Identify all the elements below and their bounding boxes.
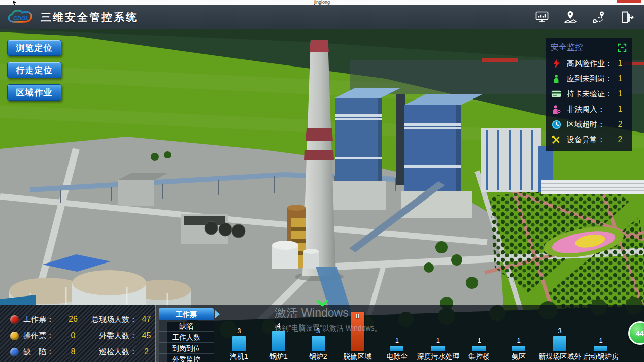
bar-group[interactable]: 1电除尘 [378, 305, 417, 361]
bar-group[interactable]: 1启动锅炉房 [581, 305, 621, 361]
security-item-label: 设备异常： [567, 135, 613, 145]
browser-close-button[interactable] [617, 0, 641, 3]
bar: 1 [512, 346, 525, 352]
bar: 1 [390, 346, 403, 352]
security-panel-title: 安全监控 [551, 42, 583, 53]
stat-value: 0 [60, 331, 86, 340]
security-item-label: 应到未到岗： [567, 74, 613, 84]
bar-category-label: 脱硫区域 [344, 351, 372, 361]
bar-value-label: 1 [436, 337, 440, 344]
security-item-value: 2 [613, 120, 628, 129]
bar-value-label: 1 [395, 337, 399, 344]
bar-category-label: 启动锅炉房 [583, 351, 619, 361]
bar: 8 [351, 312, 364, 351]
stat-value: 45 [137, 331, 156, 340]
bar: 3 [312, 336, 325, 352]
tab-工作票[interactable]: 工作票 [159, 308, 214, 320]
stat-value: 47 [137, 315, 156, 324]
bar-category-label: 氨区 [512, 351, 526, 361]
bottom-dashboard: 工作票：26总现场人数：47操作票：0外委人数：45缺 陷：8巡检人数：2 工作… [0, 305, 644, 362]
stat-label: 总现场人数： [86, 315, 137, 324]
svg-text:CDOL: CDOL [13, 15, 29, 21]
stat-row: 操作票：0外委人数：45 [0, 327, 155, 344]
bar: 3 [232, 336, 246, 352]
app-header: CDOL 三维安全管控系统 [0, 5, 644, 29]
map-locate-icon[interactable] [563, 10, 578, 25]
bar: 4 [272, 331, 285, 351]
stat-value: 26 [60, 315, 86, 324]
tab-缺陷[interactable]: 缺陷 [159, 320, 214, 332]
browser-strip: jinglong [0, 0, 644, 5]
bar: 1 [472, 346, 486, 352]
bar-value-label: 8 [356, 312, 359, 320]
stat-dot [10, 315, 19, 324]
nav-button-0[interactable]: 浏览定位 [7, 40, 61, 56]
security-item[interactable]: 高风险作业：1 [546, 56, 632, 71]
bar-value-label: 3 [316, 327, 320, 335]
security-item-label: 非法闯入： [567, 105, 613, 114]
bar-value-label: 3 [237, 327, 241, 335]
stat-label: 工作票： [23, 315, 60, 324]
app-root: { "browser": { "tab_title": "jinglong" }… [0, 0, 644, 362]
browser-speed-badge[interactable]: 44 [628, 321, 644, 345]
security-monitor-panel: 安全监控 高风险作业：1应到未到岗：1持卡未验证：1非法闯入：1区域超时：2设备… [546, 38, 632, 151]
security-item-label: 区域超时： [567, 120, 613, 129]
security-item[interactable]: 设备异常：2 [546, 132, 632, 147]
bar-category-label: 新煤场区域外 [538, 351, 581, 361]
security-item-value: 1 [613, 105, 628, 114]
area-bar-chart: 3汽机14锅炉13锅炉28脱硫区域1电除尘1深度污水处理1集控楼1氨区3新煤场区… [219, 305, 621, 361]
logout-door-icon[interactable] [620, 10, 635, 25]
stat-dot [10, 348, 19, 356]
tab-到岗到位[interactable]: 到岗到位 [159, 343, 214, 354]
lightning-icon [546, 59, 567, 69]
security-item[interactable]: 应到未到岗：1 [546, 71, 632, 86]
security-item-label: 持卡未验证： [567, 89, 613, 99]
page-title: 三维安全管控系统 [41, 10, 138, 24]
bar: 1 [431, 346, 445, 352]
bar-group[interactable]: 1深度污水处理 [417, 305, 459, 361]
route-track-icon[interactable] [591, 10, 606, 25]
nav-button-1[interactable]: 行走定位 [7, 62, 61, 78]
security-item-value: 2 [613, 135, 628, 144]
security-item-value: 1 [613, 89, 628, 98]
stat-value: 8 [60, 347, 86, 356]
bar-category-label: 集控楼 [468, 351, 490, 361]
bar-value-label: 4 [277, 322, 280, 330]
bar-group[interactable]: 8脱硫区域 [338, 305, 378, 361]
bar-category-label: 锅炉1 [269, 351, 288, 361]
bar-value-label: 1 [599, 337, 602, 344]
nav-button-2[interactable]: 区域作业 [7, 84, 61, 101]
tab-工作人数[interactable]: 工作人数 [159, 332, 214, 343]
tools-icon [546, 135, 567, 145]
stat-label: 缺 陷： [23, 347, 60, 357]
security-item-label: 高风险作业： [567, 59, 613, 69]
person-icon [546, 74, 567, 83]
tab-外委监控[interactable]: 外委监控 [159, 354, 214, 362]
bar-group[interactable]: 3汽机1 [219, 305, 259, 361]
security-item[interactable]: 持卡未验证：1 [546, 86, 632, 102]
id-card-icon [546, 90, 567, 98]
security-item-value: 1 [613, 59, 628, 68]
security-item[interactable]: 非法闯入：1 [546, 102, 632, 117]
bar-group[interactable]: 3锅炉2 [298, 305, 338, 361]
stat-label: 操作票： [23, 331, 60, 341]
dashboard-monitor-icon[interactable] [534, 10, 550, 25]
stat-label: 巡检人数： [86, 347, 137, 357]
header-toolbar [534, 5, 635, 29]
bar-value-label: 1 [478, 337, 481, 344]
badge-value: 44 [636, 329, 644, 337]
bottom-tab-menu: 工作票缺陷工作人数到岗到位外委监控 [159, 308, 214, 362]
stat-row: 工作票：26总现场人数：47 [0, 311, 155, 327]
app-logo-icon: CDOL [7, 8, 33, 26]
bar-group[interactable]: 1氨区 [499, 305, 538, 361]
bar-value-label: 3 [558, 327, 562, 335]
bar-group[interactable]: 1集控楼 [459, 305, 499, 361]
clock-icon [546, 120, 567, 129]
bar: 3 [553, 336, 566, 352]
stat-dot [10, 332, 19, 340]
bar-group[interactable]: 3新煤场区域外 [538, 305, 581, 361]
bar-group[interactable]: 4锅炉1 [259, 305, 298, 361]
bar-category-label: 深度污水处理 [417, 351, 459, 361]
corner-brackets-icon[interactable] [618, 43, 627, 52]
security-item[interactable]: 区域超时：2 [546, 117, 632, 132]
